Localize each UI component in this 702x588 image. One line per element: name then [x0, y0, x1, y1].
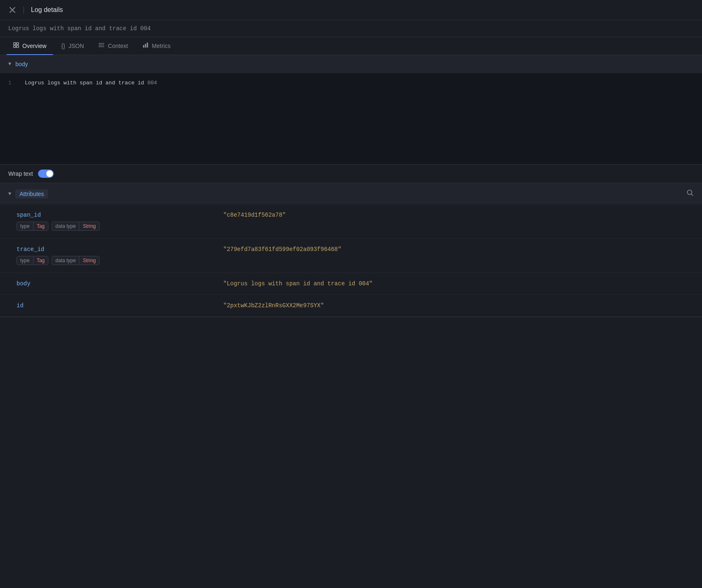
wrap-text-label: Wrap text	[8, 170, 33, 177]
body-section: ▼ body 1 Logrus logs with span id and tr…	[0, 55, 702, 183]
attribute-left-trace-id: trace_id type Tag data type String	[17, 246, 215, 265]
attribute-row-id: id "2pxtwKJbZ2zlRnRsGXX2Me97SYX"	[0, 295, 702, 317]
data-type-value-span-id: String	[79, 222, 99, 230]
attributes-chevron-icon: ▼	[8, 191, 11, 197]
tab-context-label: Context	[108, 43, 128, 49]
type-label-trace-id: type	[17, 256, 33, 265]
attribute-name-body: body	[17, 280, 31, 287]
svg-point-13	[688, 190, 692, 195]
attribute-name-id: id	[17, 302, 24, 309]
attributes-search-icon[interactable]	[686, 189, 694, 198]
data-type-pill-span-id: data type String	[52, 222, 100, 231]
tab-metrics-label: Metrics	[152, 43, 170, 49]
svg-rect-0	[14, 43, 16, 45]
table-icon	[13, 42, 19, 49]
attribute-value-trace-id: "279efd7a83f61fd599ef02a093f96468"	[223, 246, 685, 253]
tab-metrics[interactable]: Metrics	[136, 37, 177, 55]
attribute-value-body: "Logrus logs with span id and trace id 0…	[223, 280, 685, 287]
code-line-1: 1 Logrus logs with span id and trace id …	[8, 80, 694, 86]
attribute-row-body: body "Logrus logs with span id and trace…	[0, 273, 702, 295]
attributes-section-header[interactable]: ▼ Attributes	[0, 183, 702, 204]
braces-icon: {}	[61, 43, 65, 49]
attribute-left-body: body	[17, 280, 215, 287]
data-type-label-trace-id: data type	[52, 256, 79, 265]
type-value-span-id: Tag	[33, 222, 48, 230]
tab-context[interactable]: Context	[92, 37, 134, 55]
body-chevron-icon: ▼	[8, 61, 11, 67]
svg-point-8	[99, 45, 100, 45]
svg-line-14	[692, 194, 693, 196]
tab-overview-label: Overview	[22, 43, 46, 49]
bar-chart-icon	[143, 42, 148, 49]
data-type-label-span-id: data type	[52, 222, 79, 230]
close-button[interactable]	[8, 6, 17, 14]
type-value-trace-id: Tag	[33, 256, 48, 265]
attribute-left-span-id: span_id type Tag data type String	[17, 212, 215, 231]
attribute-value-span-id: "c8e7419d1f562a78"	[223, 212, 685, 218]
attribute-tags-span-id: type Tag data type String	[17, 222, 215, 231]
body-section-header[interactable]: ▼ body	[0, 55, 702, 73]
attribute-name-trace-id: trace_id	[17, 246, 215, 253]
wrap-text-toggle[interactable]	[38, 170, 54, 178]
tab-json-label: JSON	[69, 43, 84, 49]
svg-rect-10	[143, 45, 144, 48]
attribute-row-span-id: span_id type Tag data type String "c8e74…	[0, 204, 702, 239]
type-tag-pill-trace-id: type Tag	[17, 256, 48, 265]
attributes-content: span_id type Tag data type String "c8e74…	[0, 204, 702, 317]
attributes-section-title: Attributes	[15, 189, 48, 198]
attribute-value-id: "2pxtwKJbZ2zlRnRsGXX2Me97SYX"	[223, 302, 685, 309]
list-icon	[99, 42, 105, 49]
log-label: Logrus logs with span id and trace id 00…	[0, 20, 702, 37]
svg-point-9	[99, 46, 100, 47]
data-type-pill-trace-id: data type String	[52, 256, 100, 265]
tab-bar: Overview {} JSON Context Metrics	[0, 37, 702, 55]
data-type-value-trace-id: String	[79, 256, 99, 265]
line-number-1: 1	[8, 80, 17, 86]
svg-rect-3	[17, 45, 19, 48]
attribute-row-trace-id: trace_id type Tag data type String "279e…	[0, 239, 702, 273]
svg-rect-1	[17, 43, 19, 45]
attribute-name-span-id: span_id	[17, 212, 215, 218]
svg-rect-11	[145, 44, 146, 48]
svg-rect-2	[14, 45, 16, 48]
attribute-left-id: id	[17, 302, 215, 309]
body-content-area: 1 Logrus logs with span id and trace id …	[0, 73, 702, 164]
wrap-text-bar: Wrap text	[0, 164, 702, 183]
attribute-tags-trace-id: type Tag data type String	[17, 256, 215, 265]
page-title: Log details	[31, 6, 63, 14]
tab-json[interactable]: {} JSON	[55, 37, 91, 55]
svg-point-7	[99, 43, 100, 44]
svg-rect-12	[147, 43, 148, 48]
type-tag-pill-span-id: type Tag	[17, 222, 48, 231]
attributes-section: ▼ Attributes span_id type Tag data type	[0, 183, 702, 317]
tab-overview[interactable]: Overview	[7, 37, 53, 55]
body-section-title: body	[15, 61, 28, 67]
header: | Log details	[0, 0, 702, 20]
header-divider: |	[21, 6, 26, 14]
type-label-span-id: type	[17, 222, 33, 230]
code-text-1: Logrus logs with span id and trace id 00…	[25, 80, 157, 86]
